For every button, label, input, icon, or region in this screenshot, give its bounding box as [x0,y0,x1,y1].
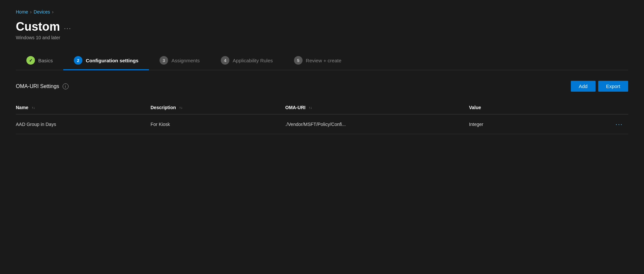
cell-actions: ··· [591,114,628,134]
cell-omauri: ./Vendor/MSFT/Policy/Confi... [285,114,469,134]
col-header-actions [591,101,628,114]
export-button[interactable]: Export [598,81,628,92]
tab-badge-1: ✓ [26,56,35,65]
table-header-row: Name ↑↓ Description ↑↓ OMA-URI ↑↓ Value [16,101,628,114]
col-header-name: Name ↑↓ [16,101,151,114]
tab-badge-5: 5 [294,56,303,65]
wizard-tabs: ✓ Basics 2 Configuration settings 3 Assi… [16,52,628,70]
sort-omauri-icon[interactable]: ↑↓ [309,106,312,109]
add-button[interactable]: Add [571,81,596,92]
tab-configuration-settings[interactable]: 2 Configuration settings [63,52,149,70]
table-body: AAD Group in DaysFor Kiosk./Vendor/MSFT/… [16,114,628,134]
page-container: Home › Devices › Custom ... Windows 10 a… [0,0,644,143]
tab-label-5: Review + create [306,58,341,63]
cell-description: For Kiosk [151,114,285,134]
sort-name-icon[interactable]: ↑↓ [32,106,35,109]
tab-applicability-rules[interactable]: 4 Applicability Rules [210,52,283,70]
tab-label-4: Applicability Rules [233,58,273,63]
tab-assignments[interactable]: 3 Assignments [149,52,210,70]
cell-value: Integer [469,114,592,134]
action-buttons: Add Export [571,81,628,92]
tab-badge-3: 3 [160,56,168,65]
breadcrumb: Home › Devices › [16,9,628,15]
breadcrumb-sep-2: › [52,9,54,15]
tab-basics[interactable]: ✓ Basics [16,52,63,70]
more-options-icon[interactable]: ... [64,23,72,31]
section-header: OMA-URI Settings i Add Export [16,81,628,92]
data-table: Name ↑↓ Description ↑↓ OMA-URI ↑↓ Value [16,101,628,134]
breadcrumb-home[interactable]: Home [16,9,28,15]
info-icon[interactable]: i [63,83,69,89]
col-header-omauri: OMA-URI ↑↓ [285,101,469,114]
section-title: OMA-URI Settings [16,83,59,89]
tab-badge-2: 2 [74,56,82,65]
row-more-options-button[interactable]: ··· [615,120,623,128]
cell-name: AAD Group in Days [16,114,151,134]
breadcrumb-sep-1: › [30,9,32,15]
col-header-value: Value [469,101,592,114]
tab-label-1: Basics [38,58,53,63]
tab-label-3: Assignments [171,58,200,63]
breadcrumb-devices[interactable]: Devices [34,9,50,15]
page-header: Custom ... Windows 10 and later [16,20,628,40]
table-row: AAD Group in DaysFor Kiosk./Vendor/MSFT/… [16,114,628,134]
page-subtitle: Windows 10 and later [16,35,628,40]
tab-label-2: Configuration settings [86,58,138,63]
col-header-description: Description ↑↓ [151,101,285,114]
tab-badge-4: 4 [221,56,229,65]
page-title: Custom [16,20,60,34]
sort-description-icon[interactable]: ↑↓ [179,106,183,109]
tab-review-create[interactable]: 5 Review + create [283,52,352,70]
section-title-row: OMA-URI Settings i [16,83,69,89]
